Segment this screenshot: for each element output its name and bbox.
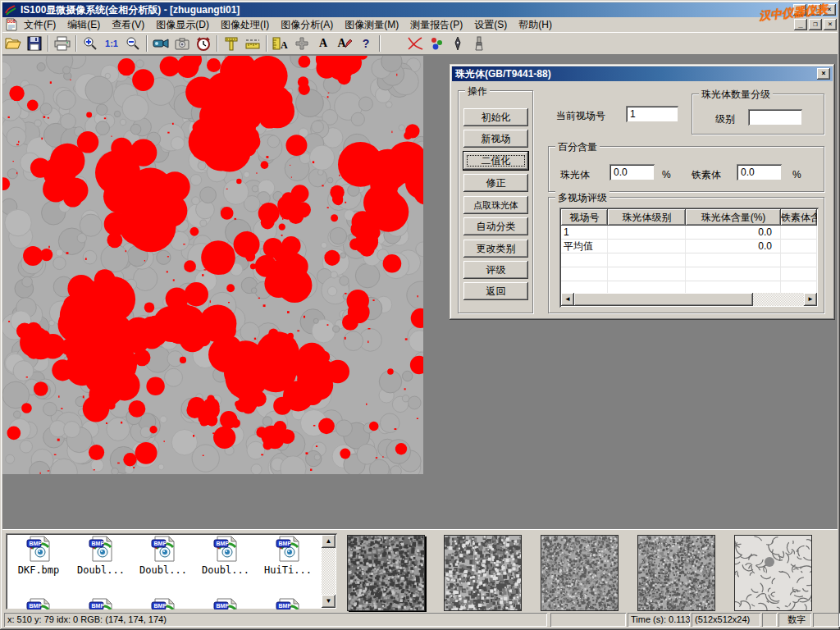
file-item[interactable]: BMP	[196, 598, 255, 609]
metallographic-image[interactable]	[2, 56, 423, 474]
text-edit-button[interactable]: A	[334, 34, 355, 53]
ferrite-label: 铁素体	[692, 168, 721, 182]
thumbnail-4[interactable]	[637, 535, 715, 611]
scroll-track[interactable]	[753, 293, 804, 306]
pick-pearlite-button[interactable]: 点取珠光体	[463, 196, 528, 214]
status-image-size: (512x512x24)	[692, 613, 760, 627]
col-ferrite-content[interactable]: 铁素体含量(%)	[781, 209, 817, 226]
scroll-left-arrow[interactable]: ◄	[561, 293, 574, 306]
ruler-measure-button[interactable]	[242, 34, 263, 53]
zoom-out-button[interactable]	[122, 34, 144, 53]
brush-tool-button[interactable]	[468, 34, 490, 53]
menu-image-analysis[interactable]: 图像分析(A)	[275, 16, 339, 34]
timer-button[interactable]	[193, 34, 214, 53]
file-item[interactable]: BMP	[134, 598, 193, 609]
col-pearlite-grade[interactable]: 珠光体级别	[608, 209, 686, 226]
col-pearlite-content[interactable]: 珠光体含量(%)	[686, 209, 781, 226]
grid-cross-icon	[294, 36, 309, 51]
grade-input[interactable]	[748, 109, 802, 126]
caliper-icon	[224, 36, 239, 51]
auto-classify-button[interactable]: 自动分类	[463, 217, 528, 235]
menu-measure-report[interactable]: 测量报告(P)	[404, 16, 468, 34]
table-row[interactable]: 平均值 0.0	[561, 240, 817, 253]
table-horizontal-scrollbar[interactable]: ◄ ►	[561, 293, 817, 306]
new-field-button[interactable]: 新视场	[463, 130, 528, 148]
curve-tool-button[interactable]	[404, 34, 426, 53]
ferrite-percent-input[interactable]: 0.0	[737, 164, 782, 180]
file-name[interactable]: HuiTi...	[263, 564, 313, 576]
status-empty-2	[762, 613, 777, 627]
file-name[interactable]: Doubl...	[139, 564, 188, 576]
snapshot-button[interactable]	[171, 34, 193, 53]
thumbnail-2[interactable]	[444, 535, 522, 611]
rate-button[interactable]: 评级	[463, 261, 528, 279]
menu-file[interactable]: 文件(F)	[18, 16, 62, 34]
file-item[interactable]: BMP	[9, 598, 68, 609]
menu-edit[interactable]: 编辑(E)	[62, 16, 106, 34]
thumbnail-1[interactable]	[347, 535, 425, 611]
menu-image-process[interactable]: 图像处理(I)	[215, 16, 275, 34]
file-item[interactable]: BMP	[71, 598, 130, 609]
print-button[interactable]	[52, 34, 73, 53]
svg-text:BMP: BMP	[92, 541, 105, 546]
change-class-button[interactable]: 更改类别	[463, 240, 528, 258]
file-item[interactable]: BMPDoubl...	[196, 536, 255, 576]
file-item[interactable]: BMPDoubl...	[134, 536, 193, 576]
document-icon[interactable]: DOC	[5, 18, 18, 31]
table-row[interactable]: 1 0.0	[561, 226, 817, 240]
file-name[interactable]: DKF.bmp	[17, 564, 61, 576]
file-item[interactable]: BMPHuiTi...	[258, 536, 317, 576]
actual-size-button[interactable]: 1:1	[101, 34, 122, 53]
scroll-right-arrow[interactable]: ►	[804, 293, 817, 306]
scroll-thumb[interactable]	[574, 293, 753, 306]
table-row[interactable]	[561, 253, 817, 267]
correct-button[interactable]: 修正	[463, 174, 528, 192]
scale-label-button[interactable]: A	[270, 34, 291, 53]
dialog-close-button[interactable]: ×	[817, 68, 830, 80]
child-minimize-button[interactable]: _	[794, 19, 807, 30]
pen-nib-icon	[453, 36, 463, 51]
binarize-button[interactable]: 二值化	[463, 152, 528, 170]
text-annotate-button[interactable]: A	[313, 34, 334, 53]
file-list-scrollbar[interactable]: ▲▼	[322, 535, 336, 608]
scale-text-icon: A	[272, 36, 289, 51]
open-file-button[interactable]	[2, 34, 24, 53]
file-item[interactable]: BMPDoubl...	[71, 536, 130, 576]
file-name[interactable]: Doubl...	[201, 564, 250, 576]
menu-help[interactable]: 帮助(H)	[513, 16, 558, 34]
file-item[interactable]: BMPDKF.bmp	[9, 536, 68, 576]
zoom-in-icon	[83, 36, 98, 51]
thumbnail-5[interactable]	[734, 535, 812, 611]
svg-text:DOC: DOC	[7, 20, 16, 24]
scroll-down-arrow[interactable]: ▼	[322, 595, 336, 608]
table-row[interactable]	[561, 267, 817, 281]
thumbnail-3[interactable]	[541, 535, 619, 611]
video-capture-button[interactable]	[150, 34, 171, 53]
menu-settings[interactable]: 设置(S)	[468, 16, 513, 34]
current-field-input[interactable]: 1	[626, 106, 678, 122]
caliper-measure-button[interactable]	[221, 34, 242, 53]
pencil-icon	[344, 38, 352, 49]
menu-bar: DOC 文件(F) 编辑(E) 查看(V) 图像显示(D) 图像处理(I) 图像…	[2, 17, 838, 32]
init-button[interactable]: 初始化	[463, 108, 528, 126]
return-button[interactable]: 返回	[463, 282, 528, 300]
dialog-title-bar[interactable]: 珠光体(GB/T9441-88) ×	[452, 66, 833, 81]
toolbar-separator	[217, 35, 218, 52]
file-item[interactable]: BMP	[258, 598, 317, 609]
file-name[interactable]: Doubl...	[76, 564, 126, 576]
particle-analysis-button[interactable]	[426, 34, 447, 53]
svg-text:BMP: BMP	[30, 541, 43, 546]
col-field-no[interactable]: 视场号	[561, 209, 608, 226]
help-button[interactable]: ?	[355, 34, 377, 53]
menu-image-measure[interactable]: 图像测量(M)	[339, 16, 404, 34]
pearlite-percent-input[interactable]: 0.0	[609, 164, 655, 180]
save-button[interactable]	[24, 34, 45, 53]
scroll-up-arrow[interactable]: ▲	[322, 535, 336, 548]
child-restore-button[interactable]: ❐	[809, 19, 822, 30]
child-close-button[interactable]: ×	[824, 19, 837, 30]
menu-image-display[interactable]: 图像显示(D)	[150, 16, 215, 34]
grid-overlay-button[interactable]	[291, 34, 313, 53]
pen-tool-button[interactable]	[447, 34, 468, 53]
menu-view[interactable]: 查看(V)	[106, 16, 150, 34]
zoom-in-button[interactable]	[80, 34, 101, 53]
